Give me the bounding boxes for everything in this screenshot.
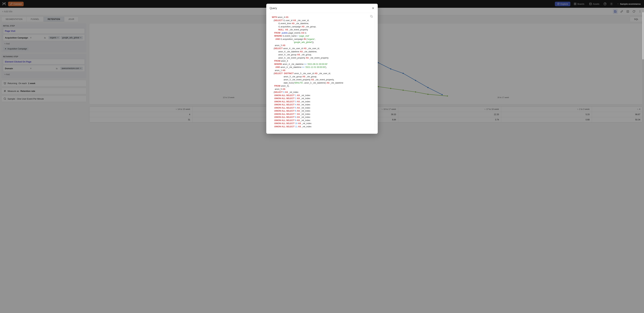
modal-overlay[interactable]: Query ✕ WITH anon_4 AS (SELECT t1.user_i…	[0, 0, 644, 313]
modal-title: Query	[270, 7, 277, 10]
svg-rect-53	[371, 16, 373, 18]
scrollbar-thumb[interactable]	[642, 12, 644, 60]
copy-icon[interactable]	[370, 15, 373, 18]
sql-code-block[interactable]: WITH anon_4 AS (SELECT t1.user_id AS _ct…	[269, 13, 375, 131]
close-icon[interactable]: ✕	[372, 6, 374, 10]
modal-scrollbar[interactable]	[642, 12, 644, 310]
query-modal: Query ✕ WITH anon_4 AS (SELECT t1.user_i…	[266, 4, 378, 134]
